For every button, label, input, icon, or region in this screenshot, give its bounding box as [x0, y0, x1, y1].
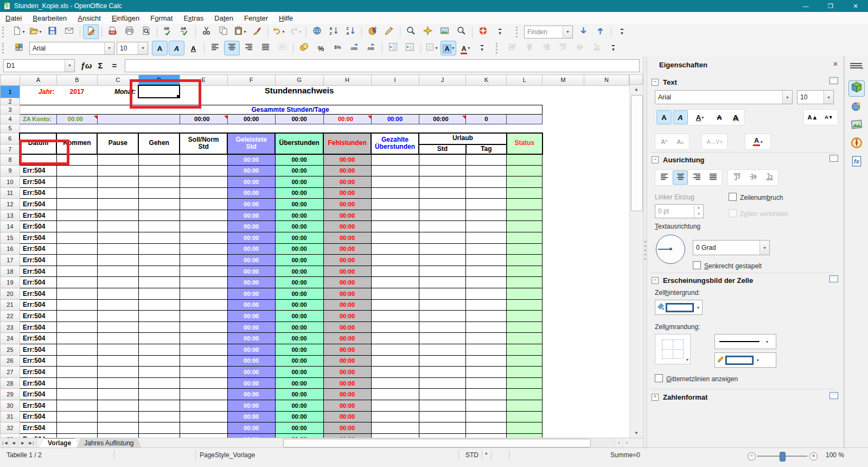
cell-E21[interactable] [180, 299, 227, 311]
cell-B10[interactable] [56, 176, 97, 188]
cell-J26[interactable] [419, 355, 466, 367]
cell-L24[interactable] [507, 333, 542, 344]
cell-F9[interactable]: 00:00 [227, 165, 275, 176]
column-header-E[interactable]: E [180, 75, 227, 86]
cell-M1[interactable] [542, 85, 584, 98]
row-header-17[interactable]: 17 [1, 255, 20, 266]
sidebar-tab-functions[interactable]: fx [848, 154, 865, 171]
cell-K10[interactable] [466, 176, 507, 188]
cell-L10[interactable] [507, 176, 542, 188]
row-header-23[interactable]: 23 [1, 321, 20, 333]
align-center-button[interactable] [224, 41, 240, 55]
cell-J27[interactable] [419, 367, 466, 378]
insert-mode[interactable]: STD [465, 451, 478, 459]
row-header-28[interactable]: 28 [1, 377, 20, 389]
horizontal-scrollbar[interactable] [282, 438, 615, 447]
cell-F2[interactable] [227, 98, 275, 105]
cell-H15[interactable]: 00:00 [323, 232, 371, 244]
cell-B12[interactable] [56, 199, 97, 210]
cell-I30[interactable] [371, 400, 419, 411]
cell-M26[interactable] [542, 355, 584, 367]
row-header-13[interactable]: 13 [1, 210, 20, 221]
toolbar-overflow-button[interactable]: ▾ [614, 24, 630, 39]
cell-J33[interactable] [419, 433, 466, 438]
cell-A18[interactable]: Err:504 [20, 266, 56, 277]
cell-B17[interactable] [56, 255, 97, 266]
cell-E27[interactable] [180, 367, 227, 378]
cell-N17[interactable] [584, 255, 629, 266]
cell-A25[interactable]: Err:504 [20, 344, 56, 356]
cell-D15[interactable] [138, 232, 180, 244]
cell-M31[interactable] [542, 411, 584, 422]
cell-M14[interactable] [542, 221, 584, 232]
row-header-6[interactable]: 6 [1, 133, 20, 144]
row-header-7[interactable]: 7 [1, 144, 20, 154]
cell-K16[interactable] [466, 243, 507, 255]
cell-A20[interactable]: Err:504 [20, 288, 56, 300]
cell-H27[interactable]: 00:00 [323, 367, 371, 378]
cell-J15[interactable] [419, 232, 466, 244]
cell-C21[interactable] [97, 299, 138, 311]
cell-F21[interactable]: 00:00 [227, 299, 275, 311]
spellcheck-button[interactable]: AB [160, 24, 176, 39]
cell-L14[interactable] [507, 221, 542, 232]
cell-F5[interactable] [227, 124, 275, 133]
cell-G19[interactable]: 00:00 [275, 277, 323, 288]
cell-E9[interactable] [180, 165, 227, 176]
align-objects-left-button[interactable] [505, 41, 520, 55]
cell-B22[interactable] [56, 311, 97, 322]
underline-button[interactable]: A [186, 41, 201, 55]
cell-D17[interactable] [138, 255, 180, 266]
cell-B1[interactable]: 2017 [56, 85, 97, 98]
align-bottom-button[interactable] [762, 171, 777, 185]
scroll-up-button[interactable]: ▲ [630, 85, 643, 94]
cell-H2[interactable] [323, 98, 371, 105]
section-alignment[interactable]: Ausrichtung [652, 156, 705, 164]
cell-K5[interactable] [466, 124, 507, 133]
cell-C14[interactable] [97, 221, 138, 232]
cell-H6[interactable]: Fehlstunden [323, 133, 371, 154]
align-justify-button[interactable] [705, 171, 720, 185]
scroll-down-button[interactable]: ▼ [630, 428, 643, 438]
cell-K33[interactable] [466, 433, 507, 438]
zoom-in-button[interactable]: + [809, 452, 818, 460]
cell-A33[interactable]: Err:504 [20, 433, 56, 438]
cell-F15[interactable]: 00:00 [227, 232, 275, 244]
column-header-H[interactable]: H [323, 75, 371, 86]
cell-H21[interactable]: 00:00 [323, 299, 371, 311]
cell-A32[interactable]: Err:504 [20, 422, 56, 434]
cell-M16[interactable] [542, 243, 584, 255]
cell-E4[interactable]: 00:00 [180, 114, 227, 124]
sidebar-font-color-button[interactable]: A▾ [746, 135, 769, 149]
sheet-tab-jahres-auflistung[interactable]: Jahres Auflistung [76, 438, 141, 447]
cell-J10[interactable] [419, 176, 466, 188]
cell-B25[interactable] [56, 344, 97, 356]
cell-H16[interactable]: 00:00 [323, 243, 371, 255]
cell-J22[interactable] [419, 311, 466, 322]
cell-M20[interactable] [542, 288, 584, 300]
cell-H5[interactable] [323, 124, 371, 133]
cell-J29[interactable] [419, 389, 466, 400]
styles-window-button[interactable] [11, 41, 27, 55]
cell-M4[interactable] [542, 114, 584, 124]
cell-F4[interactable]: 00:00 [227, 114, 275, 124]
text-dialog-launcher-icon[interactable] [829, 77, 838, 84]
first-sheet-button[interactable]: ❘◀ [0, 438, 9, 447]
zoom-slider-thumb[interactable] [780, 452, 786, 462]
cell-G5[interactable] [275, 124, 323, 133]
cell-D22[interactable] [138, 311, 180, 322]
zoom-out-button[interactable]: − [748, 452, 756, 460]
cell-A17[interactable]: Err:504 [20, 255, 56, 266]
cell-M22[interactable] [542, 311, 584, 322]
cell-L5[interactable] [507, 124, 542, 133]
cell-D27[interactable] [138, 367, 180, 378]
cell-D26[interactable] [138, 355, 180, 367]
cell-B4[interactable]: 00:00 [56, 114, 97, 124]
toolbar-handle[interactable] [2, 43, 8, 54]
cell-B19[interactable] [56, 277, 97, 288]
cell-L21[interactable] [507, 299, 542, 311]
cell-M27[interactable] [542, 367, 584, 378]
function-wizard-button[interactable]: ƒω [79, 59, 93, 72]
cell-A1[interactable]: Jahr: [20, 85, 56, 98]
cell-I23[interactable] [371, 321, 419, 333]
